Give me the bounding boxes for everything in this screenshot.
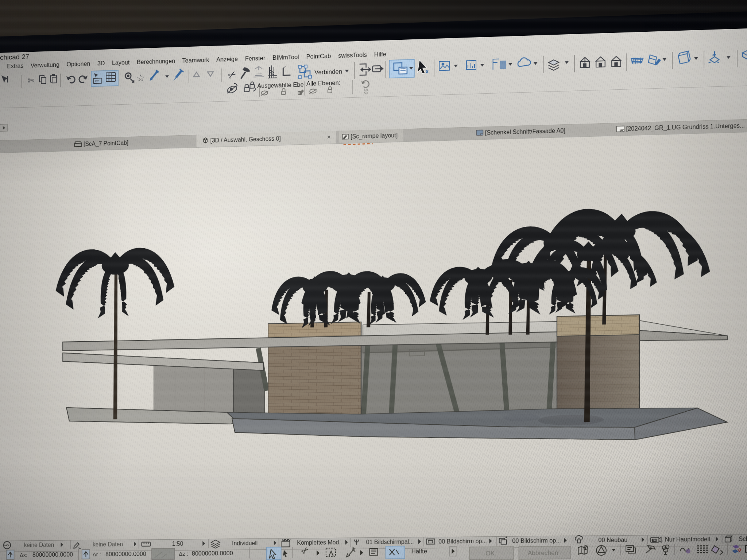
- svg-text:keine Daten: keine Daten: [93, 541, 123, 548]
- svg-text:OK: OK: [485, 550, 495, 557]
- svg-text:Δr :: Δr :: [93, 551, 101, 557]
- svg-text:Abbrechen: Abbrechen: [528, 549, 558, 557]
- svg-text:Sch: Sch: [739, 536, 747, 542]
- svg-text:80000000.0000: 80000000.0000: [32, 551, 73, 558]
- svg-text:1:50: 1:50: [172, 540, 183, 547]
- svg-text:on: on: [653, 539, 656, 541]
- svg-text:80000000.0000: 80000000.0000: [105, 550, 146, 557]
- svg-text:00 Neubau: 00 Neubau: [598, 537, 627, 544]
- svg-text:Δx:: Δx:: [20, 552, 27, 558]
- svg-text:Δz :: Δz :: [179, 551, 188, 557]
- svg-text:✂: ✂: [299, 544, 311, 557]
- svg-text:80000000.0000: 80000000.0000: [192, 549, 233, 556]
- svg-text:Hälfte: Hälfte: [411, 548, 427, 555]
- svg-text:Individuell: Individuell: [232, 540, 258, 547]
- svg-text:keine Daten: keine Daten: [24, 541, 54, 548]
